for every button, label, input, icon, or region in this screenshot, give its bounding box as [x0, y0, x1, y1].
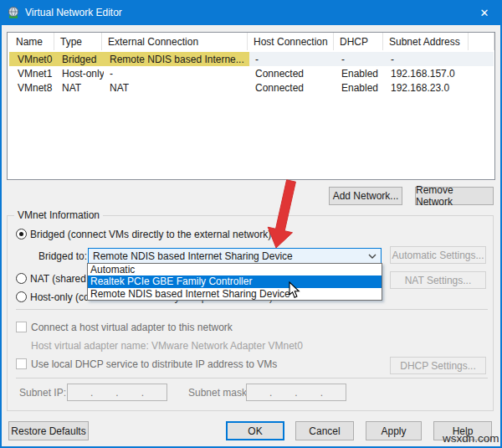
cell-external-connection: Remote NDIS based Interne...: [104, 52, 249, 66]
cell-subnet-address: -: [385, 52, 470, 66]
ip-dot: .: [269, 387, 272, 399]
cell-subnet-address: 192.168.23.0: [385, 80, 470, 95]
virtual-network-editor-window: Virtual Network Editor ✕ Name Type Exter…: [0, 0, 502, 448]
close-button[interactable]: ✕: [467, 0, 502, 25]
cell-external-connection: -: [104, 66, 249, 80]
column-header-filler: [469, 33, 494, 50]
add-network-button[interactable]: Add Network...: [329, 187, 402, 205]
column-header-name[interactable]: Name: [8, 33, 54, 50]
combobox-value: Remote NDIS based Internet Sharing Devic…: [89, 250, 364, 262]
dropdown-option-realtek[interactable]: Realtek PCIe GBE Family Controller: [88, 275, 382, 287]
column-header-type[interactable]: Type: [54, 33, 102, 50]
subnet-mask-field: . . .: [246, 384, 346, 401]
mouse-cursor-icon: [289, 281, 300, 299]
bridged-radio[interactable]: [16, 229, 27, 239]
nat-radio[interactable]: [16, 273, 27, 284]
group-label: VMnet Information: [14, 209, 103, 221]
titlebar: Virtual Network Editor ✕: [0, 0, 502, 25]
cell-dhcp: Enabled: [336, 66, 385, 80]
close-icon: ✕: [480, 7, 489, 19]
app-icon: [7, 6, 20, 19]
table-row-vmnet1[interactable]: VMnet1 Host-only - Connected Enabled 192…: [9, 66, 494, 80]
separator: [16, 309, 488, 310]
ok-button[interactable]: OK: [226, 421, 284, 440]
dropdown-option-automatic[interactable]: Automatic: [88, 264, 382, 275]
cell-host-connection: Connected: [249, 80, 336, 95]
host-only-radio[interactable]: [16, 291, 27, 302]
host-adapter-name-label: Host virtual adapter name: VMware Networ…: [31, 340, 303, 352]
dhcp-settings-button: DHCP Settings...: [390, 357, 486, 374]
table-row-vmnet8[interactable]: VMnet8 NAT NAT Connected Enabled 192.168…: [9, 80, 494, 95]
restore-defaults-button[interactable]: Restore Defaults: [8, 421, 89, 440]
window-title: Virtual Network Editor: [25, 0, 122, 25]
ip-dot: .: [320, 387, 323, 399]
bridged-to-dropdown-list: Automatic Realtek PCIe GBE Family Contro…: [87, 263, 382, 301]
cell-host-connection: Connected: [249, 66, 336, 80]
cell-subnet-address: 192.168.157.0: [385, 66, 470, 80]
ip-dot: .: [90, 387, 93, 399]
bridged-to-label: Bridged to:: [38, 250, 87, 262]
nat-settings-button: NAT Settings...: [390, 271, 486, 289]
connect-host-adapter-checkbox: [16, 322, 27, 332]
cell-name: VMnet0: [9, 52, 56, 66]
cell-type: NAT: [56, 80, 104, 95]
column-header-external-connection[interactable]: External Connection: [102, 33, 248, 50]
column-header-subnet-address[interactable]: Subnet Address: [383, 33, 469, 50]
cell-dhcp: -: [336, 52, 385, 66]
ip-dot: .: [115, 387, 118, 399]
red-arrow-annotation: [251, 174, 318, 251]
connect-host-adapter-label: Connect a host virtual adapter to this n…: [31, 322, 233, 333]
remove-network-button[interactable]: Remove Network: [415, 187, 494, 205]
use-local-dhcp-checkbox: [16, 358, 27, 369]
subnet-mask-label: Subnet mask:: [188, 387, 249, 399]
column-header-host-connection[interactable]: Host Connection: [248, 33, 334, 50]
cell-type: Bridged: [56, 52, 104, 66]
cell-name: VMnet8: [9, 80, 56, 95]
bridged-to-combobox[interactable]: Remote NDIS based Internet Sharing Devic…: [88, 248, 382, 264]
radio-selected-dot: [19, 232, 23, 236]
table-row-vmnet0[interactable]: VMnet0 Bridged Remote NDIS based Interne…: [9, 52, 494, 66]
dropdown-option-remote-ndis[interactable]: Remote NDIS based Internet Sharing Devic…: [88, 288, 382, 300]
dialog-body: Name Type External Connection Host Conne…: [2, 25, 500, 446]
cell-host-connection: -: [249, 52, 336, 66]
ip-dot: .: [295, 387, 297, 399]
watermark: wsxdn.com: [443, 432, 499, 445]
separator: [16, 378, 488, 378]
apply-button[interactable]: Apply: [366, 421, 422, 440]
cell-type: Host-only: [56, 66, 104, 80]
subnet-ip-field: . . .: [67, 384, 167, 401]
cell-dhcp: Enabled: [336, 80, 385, 95]
use-local-dhcp-label: Use local DHCP service to distribute IP …: [31, 358, 277, 370]
automatic-settings-button: Automatic Settings...: [390, 246, 486, 264]
bridged-radio-label: Bridged (connect VMs directly to the ext…: [30, 229, 271, 240]
cell-filler: [470, 52, 494, 66]
vmnet-information-group: VMnet Information Bridged (connect VMs d…: [7, 215, 494, 411]
cell-external-connection: NAT: [104, 80, 249, 95]
network-list-header: Name Type External Connection Host Conne…: [8, 33, 494, 50]
network-list: Name Type External Connection Host Conne…: [7, 32, 495, 180]
cell-filler: [470, 80, 494, 95]
cell-filler: [470, 66, 494, 80]
subnet-ip-label: Subnet IP:: [19, 387, 66, 399]
cancel-button[interactable]: Cancel: [295, 421, 354, 440]
ip-dot: .: [141, 387, 144, 399]
cell-name: VMnet1: [9, 66, 56, 80]
column-header-dhcp[interactable]: DHCP: [334, 33, 383, 50]
chevron-down-icon: [364, 254, 381, 259]
